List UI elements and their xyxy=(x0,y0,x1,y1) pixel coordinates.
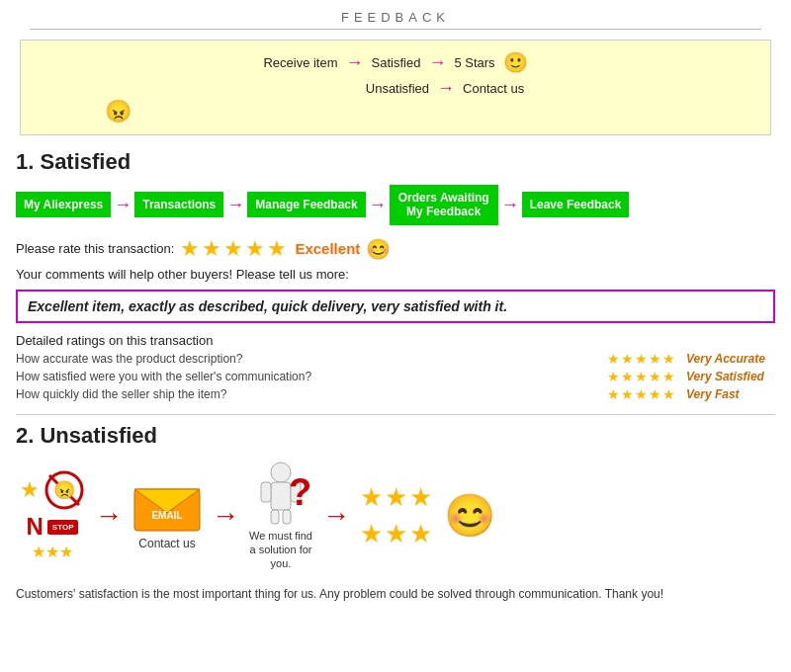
receive-item-text: Receive item xyxy=(263,55,337,70)
arrow2-icon: → xyxy=(428,52,446,73)
section-unsatisfied: 2. Unsatisfied ★ 😠 N STOP xyxy=(0,419,791,616)
n-text: N xyxy=(27,513,44,541)
step-2[interactable]: Transactions xyxy=(134,192,223,217)
unsatisfied-flow: ★ 😠 N STOP ★★★ → xyxy=(0,455,791,581)
step-1[interactable]: My Aliexpress xyxy=(16,192,111,217)
stars-1: ★★★★★ xyxy=(607,351,676,367)
step-arrow-2: → xyxy=(223,195,247,215)
five-stars-text: 5 Stars xyxy=(454,55,494,70)
header: FEEDBACK xyxy=(30,0,761,30)
svg-point-5 xyxy=(271,462,291,482)
arrow3-icon: → xyxy=(437,78,455,99)
question-group: ? We must finda solution foryou. xyxy=(249,461,312,571)
stars-3: ★★★★★ xyxy=(607,386,676,402)
contact-us-label: Contact us xyxy=(138,537,195,550)
smiley-excellent: 😊 xyxy=(366,237,391,261)
step-arrow-4: → xyxy=(498,195,522,215)
section-satisfied: 1. Satisfied My Aliexpress → Transaction… xyxy=(0,145,791,408)
step-4[interactable]: Orders Awaiting My Feedback xyxy=(390,185,498,225)
step-5[interactable]: Leave Feedback xyxy=(522,192,630,217)
result-group: ★★★ ★★★ xyxy=(360,482,434,549)
contact-us-text: Contact us xyxy=(463,81,524,96)
step-arrow-1: → xyxy=(111,195,134,215)
svg-rect-7 xyxy=(261,482,271,502)
rating-row-3: How quickly did the seller ship the item… xyxy=(16,386,775,402)
result-stars-2: ★★★ xyxy=(360,519,434,548)
header-title: FEEDBACK xyxy=(341,10,450,25)
unsatisfied-heading: 2. Unsatisfied xyxy=(0,419,791,455)
svg-text:EMAIL: EMAIL xyxy=(151,510,182,521)
solution-text: We must finda solution foryou. xyxy=(249,529,312,571)
label-1: Very Accurate xyxy=(686,352,775,366)
svg-rect-9 xyxy=(271,510,279,524)
angry-emoji: 😠 xyxy=(105,99,132,124)
detailed-ratings: Detailed ratings on this transaction How… xyxy=(0,327,791,408)
bottom-gold-stars: ★★★ xyxy=(32,544,73,560)
stars-main: ★★★★★ xyxy=(180,236,289,262)
email-envelope-icon: EMAIL xyxy=(132,481,202,533)
section-divider xyxy=(16,414,775,415)
question-2: How satisfied were you with the seller's… xyxy=(16,370,597,383)
no-stop-group: ★ 😠 N STOP ★★★ xyxy=(20,469,85,561)
flow-arrow-3: → xyxy=(322,500,350,532)
person-question-icon: ? xyxy=(251,461,310,525)
stars-2: ★★★★★ xyxy=(607,369,676,384)
happy-smiley-result: 😊 xyxy=(444,491,495,540)
angry-face-no: 😠 xyxy=(53,479,75,501)
info-row-2: Unsatisfied → Contact us xyxy=(50,78,741,99)
rate-label: Please rate this transaction: xyxy=(16,241,174,256)
gold-star-top: ★ xyxy=(20,477,40,503)
svg-text:?: ? xyxy=(289,471,310,513)
satisfied-heading: 1. Satisfied xyxy=(0,145,791,181)
label-2: Very Satisfied xyxy=(686,370,775,383)
excellent-label: Excellent xyxy=(295,240,360,257)
info-row-3: 😠 xyxy=(50,99,741,125)
satisfied-text: Satisfied xyxy=(372,55,421,70)
info-row-1: Receive item → Satisfied → 5 Stars 🙂 xyxy=(50,50,741,74)
stop-sign: STOP xyxy=(47,520,79,535)
label-3: Very Fast xyxy=(686,387,775,401)
no-circle: 😠 xyxy=(44,469,85,511)
unsatisfied-text: Unsatisfied xyxy=(366,81,429,96)
arrow1-icon: → xyxy=(346,52,364,73)
nav-steps: My Aliexpress → Transactions → Manage Fe… xyxy=(0,181,791,233)
question-1: How accurate was the product description… xyxy=(16,352,597,366)
step-arrow-3: → xyxy=(366,195,390,215)
svg-rect-6 xyxy=(271,482,291,510)
detailed-title: Detailed ratings on this transaction xyxy=(16,333,775,348)
question-3: How quickly did the seller ship the item… xyxy=(16,387,597,401)
comment-text: Excellent item, exactly as described, qu… xyxy=(28,298,507,314)
rating-line: Please rate this transaction: ★★★★★ Exce… xyxy=(0,233,791,265)
comment-box: Excellent item, exactly as described, qu… xyxy=(16,290,775,323)
smiley-emoji-1: 🙂 xyxy=(503,50,528,74)
result-stars-1: ★★★ xyxy=(360,482,434,512)
flow-arrow-2: → xyxy=(212,500,239,532)
email-group: EMAIL Contact us xyxy=(132,481,202,550)
comment-prompt: Your comments will help other buyers! Pl… xyxy=(0,265,791,286)
info-box: Receive item → Satisfied → 5 Stars 🙂 Uns… xyxy=(20,40,771,135)
bottom-text: Customers' satisfaction is the most impo… xyxy=(0,581,791,616)
flow-arrow-1: → xyxy=(95,500,123,532)
rating-row-1: How accurate was the product description… xyxy=(16,351,775,367)
step-3[interactable]: Manage Feedback xyxy=(247,192,365,217)
rating-row-2: How satisfied were you with the seller's… xyxy=(16,369,775,384)
